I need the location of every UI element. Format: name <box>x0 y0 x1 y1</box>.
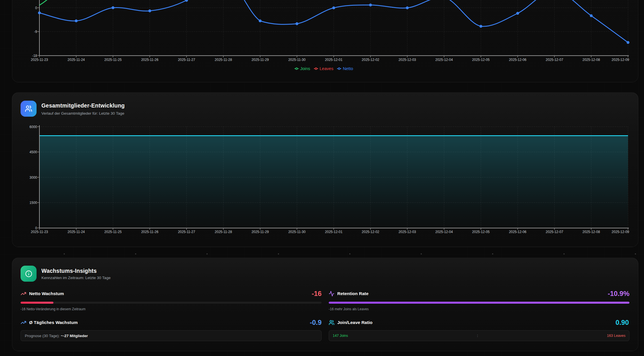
svg-text:2025-11-24: 2025-11-24 <box>68 230 85 234</box>
svg-text:2025-12-02: 2025-12-02 <box>362 230 380 234</box>
svg-text:2025-11-29: 2025-11-29 <box>252 230 269 234</box>
svg-text:2025-12-03: 2025-12-03 <box>398 230 416 234</box>
svg-text:2025-11-30: 2025-11-30 <box>288 230 306 234</box>
svg-text:2025-12-09: 2025-12-09 <box>612 230 629 234</box>
svg-text:2025-11-26: 2025-11-26 <box>141 230 159 234</box>
svg-text:2025-12-01: 2025-12-01 <box>325 230 343 234</box>
svg-text:2025-12-07: 2025-12-07 <box>546 230 563 234</box>
svg-text:0: 0 <box>35 226 37 230</box>
svg-text:2025-12-06: 2025-12-06 <box>509 230 527 234</box>
svg-text:2025-11-27: 2025-11-27 <box>178 230 195 234</box>
svg-text:2025-11-28: 2025-11-28 <box>215 230 232 234</box>
svg-text:2025-11-25: 2025-11-25 <box>104 230 122 234</box>
svg-text:2025-12-04: 2025-12-04 <box>435 230 453 234</box>
svg-text:1500: 1500 <box>29 201 37 205</box>
svg-text:2025-12-05: 2025-12-05 <box>472 230 490 234</box>
svg-text:6000: 6000 <box>29 125 37 129</box>
svg-text:2025-11-23: 2025-11-23 <box>31 230 48 234</box>
svg-text:3000: 3000 <box>29 176 37 180</box>
svg-text:2025-12-08: 2025-12-08 <box>583 230 600 234</box>
svg-text:4500: 4500 <box>29 150 37 154</box>
